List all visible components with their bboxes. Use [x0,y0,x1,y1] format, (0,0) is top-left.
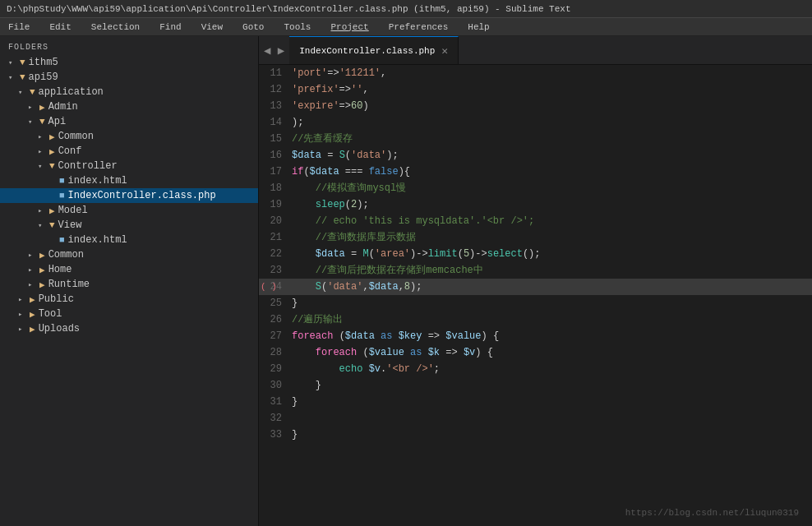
sidebar-item-view-index-html[interactable]: ■ index.html [0,233,258,247]
folder-icon-common: ▶ [49,132,55,142]
sidebar: FOLDERS ▼ ithm5 ▼ api59 ▼ application ▶ … [0,36,259,526]
menu-selection[interactable]: Selection [86,21,145,34]
table-row: 30 } [259,377,812,394]
sidebar-item-common2[interactable]: ▶ Common [0,247,258,262]
main-layout: FOLDERS ▼ ithm5 ▼ api59 ▼ application ▶ … [0,36,812,526]
menu-preferences[interactable]: Preferences [384,21,454,34]
sidebar-item-tool[interactable]: ▶ Tool [0,307,258,321]
sidebar-item-index-html[interactable]: ■ index.html [0,173,258,188]
chevron-api [28,118,38,127]
table-row: 11 'port'=>'11211', [259,65,812,81]
folder-icon-conf: ▶ [49,146,55,157]
line-content: $data = S('data'); [292,147,812,164]
menu-project[interactable]: Project [325,21,373,34]
titlebar: D:\phpStudy\WWW\api59\application\Api\Co… [0,0,812,18]
table-row: ( ) 24 S('data',$data,8); [259,279,812,295]
label-public: Public [39,293,74,305]
line-number: 21 [259,229,292,246]
sidebar-item-common[interactable]: ▶ Common [0,129,258,144]
table-row: 12 'prefix'=>'', [259,81,812,98]
editor-area: ◀ ▶ IndexController.class.php ✕ https://… [259,36,812,526]
label-controller: Controller [58,160,118,172]
line-number: 12 [259,81,292,98]
line-number: 32 [259,410,292,427]
menu-find[interactable]: Find [155,21,186,34]
label-application: application [39,86,104,98]
sidebar-item-indexcontroller[interactable]: ■ IndexController.class.php [0,188,258,203]
table-row: 17 if($data === false){ [259,164,812,180]
code-table: 11 'port'=>'11211', 12 'prefix'=>'', 13 … [259,65,812,443]
table-row: 32 [259,410,812,427]
folder-icon-admin: ▶ [39,102,45,113]
menu-goto[interactable]: Goto [238,21,269,34]
line-content [292,410,812,427]
table-row: 15 //先查看缓存 [259,131,812,147]
sidebar-item-api59[interactable]: ▼ api59 [0,70,258,85]
file-icon-index-html: ■ [59,176,65,186]
folder-icon-common2: ▶ [39,250,45,261]
line-number: 22 [259,246,292,262]
line-number: 18 [259,180,292,196]
line-number: 16 [259,147,292,164]
folder-icon-tool: ▶ [30,309,35,320]
table-row: 29 echo $v.'<br />'; [259,361,812,377]
sidebar-item-admin[interactable]: ▶ Admin [0,99,258,114]
table-row: 33 } [259,427,812,443]
sidebar-item-model[interactable]: ▶ Model [0,203,258,218]
line-content: sleep(2); [292,196,812,213]
sidebar-item-application[interactable]: ▼ application [0,85,258,99]
label-api: Api [48,116,67,127]
menubar: File Edit Selection Find View Goto Tools… [0,18,812,36]
label-uploads: Uploads [39,323,80,335]
folder-icon-view: ▼ [49,220,55,230]
line-number: 28 [259,344,292,361]
menu-tools[interactable]: Tools [279,21,316,34]
menu-edit[interactable]: Edit [44,21,76,34]
label-runtime: Runtime [48,279,90,290]
tab-close-button[interactable]: ✕ [441,44,448,58]
sidebar-item-runtime[interactable]: ▶ Runtime [0,277,258,292]
tab-indexcontroller[interactable]: IndexController.class.php ✕ [289,36,459,64]
sidebar-item-view[interactable]: ▼ View [0,218,258,233]
menu-file[interactable]: File [3,21,35,34]
folder-icon-api: ▼ [39,117,45,127]
folder-icon-api59: ▼ [20,72,25,82]
table-row: 13 'expire'=>60) [259,98,812,114]
chevron-index-html [48,177,58,185]
code-container[interactable]: https://blog.csdn.net/liuqun0319 11 'por… [259,65,812,526]
sidebar-item-home[interactable]: ▶ Home [0,262,258,277]
line-content: foreach ($value as $k => $v) { [292,344,812,361]
label-common2: Common [48,249,84,261]
table-row: 14 ); [259,114,812,131]
chevron-application [18,88,28,97]
line-content: S('data',$data,8); [292,279,812,295]
nav-arrows[interactable]: ◀ ▶ [259,44,289,58]
folder-icon-model: ▶ [49,205,55,216]
line-number: 19 [259,196,292,213]
sidebar-item-conf[interactable]: ▶ Conf [0,144,258,159]
table-row: 18 //模拟查询mysql慢 [259,180,812,196]
watermark: https://blog.csdn.net/liuqun0319 [625,508,799,518]
chevron-common2 [28,251,38,260]
chevron-public [18,295,28,304]
line-content: } [292,427,812,443]
menu-help[interactable]: Help [463,21,494,34]
line-number: 20 [259,213,292,229]
table-row: 27 foreach ($data as $key => $value) { [259,328,812,344]
line-number: 15 [259,131,292,147]
line-content: $data = M('area')->limit(5)->select(); [292,246,812,262]
sidebar-item-public[interactable]: ▶ Public [0,292,258,307]
table-row: 23 //查询后把数据在存储到memcache中 [259,262,812,279]
table-row: 16 $data = S('data'); [259,147,812,164]
menu-view[interactable]: View [196,21,228,34]
line-number: ( ) 24 [259,279,292,295]
label-common: Common [58,131,94,142]
sidebar-item-uploads[interactable]: ▶ Uploads [0,321,258,336]
sidebar-item-api[interactable]: ▼ Api [0,114,258,129]
sidebar-item-controller[interactable]: ▼ Controller [0,159,258,173]
table-row: 20 // echo 'this is mysqldata'.'<br />'; [259,213,812,229]
line-content: if($data === false){ [292,164,812,180]
line-content: foreach ($data as $key => $value) { [292,328,812,344]
folder-icon-public: ▶ [30,294,35,305]
sidebar-item-ithm5[interactable]: ▼ ithm5 [0,55,258,70]
